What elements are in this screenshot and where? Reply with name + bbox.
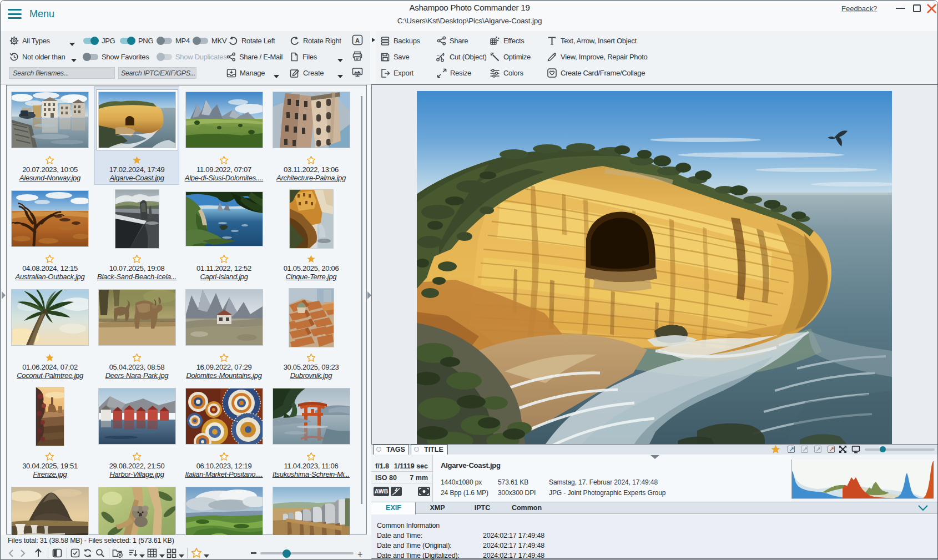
- svg-text:A: A: [355, 37, 360, 43]
